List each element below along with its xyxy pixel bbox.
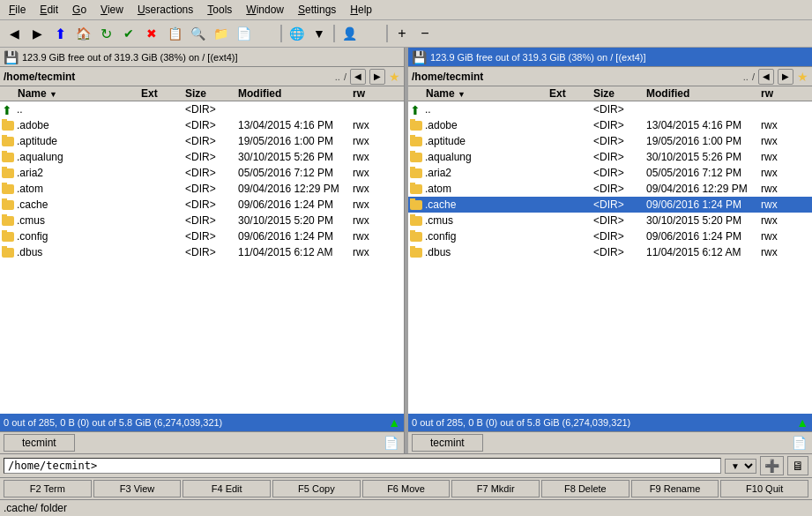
forward-button[interactable]: ▶ bbox=[26, 23, 48, 44]
right-path-forward-button[interactable]: ▶ bbox=[778, 69, 793, 85]
f6-move-button[interactable]: F6 Move bbox=[362, 480, 451, 497]
list-item[interactable]: .cache<DIR>09/06/2016 1:24 PMrwx bbox=[0, 197, 404, 213]
right-col-name-header[interactable]: Name ▼ bbox=[408, 87, 549, 100]
list-item[interactable]: .aqualung<DIR>30/10/2015 5:26 PMrwx bbox=[0, 149, 404, 165]
left-col-ext-header[interactable]: Ext bbox=[141, 87, 185, 100]
left-status-bar: 0 out of 285, 0 B (0) out of 5.8 GiB (6,… bbox=[0, 414, 404, 431]
f8-delete-button[interactable]: F8 Delete bbox=[541, 480, 629, 497]
command-input[interactable] bbox=[4, 458, 721, 474]
right-col-size-header[interactable]: Size bbox=[593, 87, 646, 100]
zoom-in-button[interactable]: + bbox=[391, 23, 413, 44]
left-path-forward-button[interactable]: ▶ bbox=[369, 69, 385, 85]
command-add-button[interactable]: ➕ bbox=[760, 456, 784, 475]
left-tab-bar: tecmint 📄 bbox=[0, 431, 404, 453]
blank2-button bbox=[361, 23, 383, 44]
list-item[interactable]: ⬆..<DIR> bbox=[0, 101, 404, 117]
left-col-size-header[interactable]: Size bbox=[185, 87, 238, 100]
menu-file[interactable]: File bbox=[4, 2, 31, 18]
left-tab-button[interactable]: tecmint bbox=[4, 434, 75, 452]
left-tab-add-icon[interactable]: 📄 bbox=[382, 434, 400, 452]
list-item[interactable]: .aria2<DIR>05/05/2016 7:12 PMrwx bbox=[0, 165, 404, 181]
list-item[interactable]: .config<DIR>09/06/2016 1:24 PMrwx bbox=[408, 228, 812, 244]
f10-quit-button[interactable]: F10 Quit bbox=[720, 480, 808, 497]
list-item[interactable]: .aqualung<DIR>30/10/2015 5:26 PMrwx bbox=[408, 149, 812, 165]
left-col-modified-header[interactable]: Modified bbox=[238, 87, 353, 100]
command-terminal-button[interactable]: 🖥 bbox=[787, 456, 808, 475]
back-button[interactable]: ◀ bbox=[4, 23, 25, 44]
list-item[interactable]: .aria2<DIR>05/05/2016 7:12 PMrwx bbox=[408, 165, 812, 181]
list-item[interactable]: .config<DIR>09/06/2016 1:24 PMrwx bbox=[0, 228, 404, 244]
left-path-back-button[interactable]: ◀ bbox=[350, 69, 366, 85]
f7-mkdir-button[interactable]: F7 Mkdir bbox=[451, 480, 540, 497]
menu-tools[interactable]: Tools bbox=[202, 2, 237, 18]
menu-edit[interactable]: Edit bbox=[34, 2, 63, 18]
left-file-list[interactable]: ⬆..<DIR>.adobe<DIR>13/04/2015 4:16 PMrwx… bbox=[0, 101, 404, 414]
menubar: File Edit Go View Useractions Tools Wind… bbox=[0, 0, 812, 20]
list-item[interactable]: ⬆..<DIR> bbox=[408, 101, 812, 117]
list-item[interactable]: .adobe<DIR>13/04/2015 4:16 PMrwx bbox=[408, 117, 812, 133]
menu-settings[interactable]: Settings bbox=[293, 2, 341, 18]
copy-button[interactable]: 📋 bbox=[164, 23, 185, 44]
new-folder-button[interactable]: 📁 bbox=[210, 23, 231, 44]
zoom-out-button[interactable]: − bbox=[414, 23, 436, 44]
network-dropdown[interactable]: ▼ bbox=[309, 23, 330, 44]
list-item[interactable]: .cache<DIR>09/06/2016 1:24 PMrwx bbox=[408, 197, 812, 213]
delete-button[interactable]: ✖ bbox=[141, 23, 162, 44]
list-item[interactable]: .aptitude<DIR>19/05/2016 1:00 PMrwx bbox=[408, 133, 812, 149]
list-item[interactable]: .atom<DIR>09/04/2016 12:29 PMrwx bbox=[0, 181, 404, 197]
f9-rename-button[interactable]: F9 Rename bbox=[631, 480, 719, 497]
up-button[interactable]: ⬆ bbox=[49, 23, 71, 44]
network-button[interactable]: 🌐 bbox=[286, 23, 307, 44]
f4-edit-button[interactable]: F4 Edit bbox=[183, 480, 271, 497]
right-path-back-button[interactable]: ◀ bbox=[758, 69, 774, 85]
list-item[interactable]: .dbus<DIR>11/04/2015 6:12 AMrwx bbox=[0, 244, 404, 260]
right-path-nav[interactable]: .. bbox=[743, 71, 749, 82]
right-col-modified-header[interactable]: Modified bbox=[646, 87, 761, 100]
menu-go[interactable]: Go bbox=[67, 2, 92, 18]
find-button[interactable]: 🔍 bbox=[187, 23, 208, 44]
toolbar-separator-2 bbox=[333, 25, 335, 42]
right-bookmark-icon[interactable]: ★ bbox=[797, 70, 808, 84]
menu-help[interactable]: Help bbox=[345, 2, 377, 18]
right-tab-button[interactable]: tecmint bbox=[412, 434, 483, 452]
user-button[interactable]: 👤 bbox=[339, 23, 360, 44]
right-file-list[interactable]: ⬆..<DIR>.adobe<DIR>13/04/2015 4:16 PMrwx… bbox=[408, 101, 812, 414]
list-item[interactable]: .cmus<DIR>30/10/2015 5:20 PMrwx bbox=[0, 213, 404, 228]
left-path-nav[interactable]: .. bbox=[335, 71, 340, 82]
list-item[interactable]: .dbus<DIR>11/04/2015 6:12 AMrwx bbox=[408, 244, 812, 260]
right-path-sep: / bbox=[752, 71, 755, 82]
right-path-bar: /home/tecmint .. / ◀ ▶ ★ bbox=[408, 67, 812, 86]
list-item[interactable]: .atom<DIR>09/04/2016 12:29 PMrwx bbox=[408, 181, 812, 197]
folder-icon bbox=[2, 184, 14, 194]
command-dropdown[interactable]: ▼ bbox=[725, 459, 756, 474]
folder-icon bbox=[2, 168, 14, 178]
app-window: File Edit Go View Useractions Tools Wind… bbox=[0, 0, 812, 516]
home-button[interactable]: 🏠 bbox=[72, 23, 93, 44]
list-item[interactable]: .aptitude<DIR>19/05/2016 1:00 PMrwx bbox=[0, 133, 404, 149]
up-arrow-icon: ⬆ bbox=[2, 103, 14, 116]
folder-icon bbox=[2, 137, 14, 146]
paste-button[interactable]: 📄 bbox=[233, 23, 254, 44]
f3-view-button[interactable]: F3 View bbox=[93, 480, 182, 497]
left-bookmark-icon[interactable]: ★ bbox=[389, 70, 400, 84]
list-item[interactable]: .adobe<DIR>13/04/2015 4:16 PMrwx bbox=[0, 117, 404, 133]
left-drive-text: 123.9 GiB free out of 319.3 GiB (38%) on… bbox=[22, 52, 238, 63]
folder-icon bbox=[410, 168, 422, 178]
left-col-name-header[interactable]: Name ▼ bbox=[0, 87, 141, 100]
right-col-ext-header[interactable]: Ext bbox=[549, 87, 593, 100]
menu-window[interactable]: Window bbox=[241, 2, 289, 18]
right-tab-add-icon[interactable]: 📄 bbox=[790, 434, 808, 452]
mark-button[interactable]: ✔ bbox=[118, 23, 139, 44]
right-col-rw-header: rw bbox=[761, 87, 787, 100]
left-disk-icon: 💾 bbox=[4, 50, 19, 64]
folder-icon bbox=[410, 200, 422, 210]
list-item[interactable]: .cmus<DIR>30/10/2015 5:20 PMrwx bbox=[408, 213, 812, 228]
right-status-bar: 0 out of 285, 0 B (0) out of 5.8 GiB (6,… bbox=[408, 414, 812, 431]
menu-useractions[interactable]: Useractions bbox=[132, 2, 198, 18]
left-panel: 💾 123.9 GiB free out of 319.3 GiB (38%) … bbox=[0, 48, 405, 453]
right-status-text: 0 out of 285, 0 B (0) out of 5.8 GiB (6,… bbox=[412, 417, 630, 428]
refresh-button[interactable]: ↻ bbox=[95, 23, 116, 44]
f5-copy-button[interactable]: F5 Copy bbox=[272, 480, 361, 497]
menu-view[interactable]: View bbox=[95, 2, 129, 18]
f2-term-button[interactable]: F2 Term bbox=[4, 480, 92, 497]
